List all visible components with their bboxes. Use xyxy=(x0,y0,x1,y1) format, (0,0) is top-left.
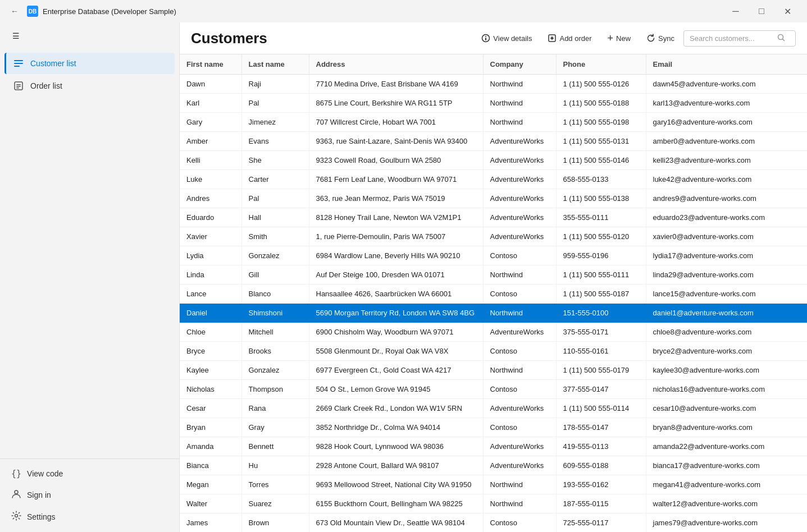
close-button[interactable]: ✕ xyxy=(774,3,800,20)
sidebar-item-settings[interactable]: Settings xyxy=(4,506,175,528)
table-row[interactable]: CesarRana2669 Clark Creek Rd., London WA… xyxy=(180,399,807,418)
cell-phone: 1 (11) 500 555-0198 xyxy=(556,113,646,132)
sidebar-item-sign-in[interactable]: Sign in xyxy=(4,484,175,506)
cell-phone: 1 (11) 500 555-0126 xyxy=(556,75,646,94)
cell-first: Lance xyxy=(180,285,241,304)
table-row[interactable]: BryanGray3852 Northridge Dr., Colma WA 9… xyxy=(180,418,807,437)
search-input[interactable] xyxy=(690,34,774,43)
app-body: ☰ Customer list xyxy=(0,22,807,532)
sidebar-top: ☰ xyxy=(0,22,179,49)
table-row[interactable]: KelliShe9323 Cowell Road, Goulburn WA 25… xyxy=(180,151,807,170)
cell-first: Cesar xyxy=(180,399,241,418)
cell-first: James xyxy=(180,513,241,533)
back-button[interactable]: ← xyxy=(7,3,22,19)
cell-first: Walter xyxy=(180,494,241,513)
titlebar: ← DB Enterprise Database (Developer Samp… xyxy=(0,0,807,22)
sign-in-icon xyxy=(11,489,21,501)
cell-last: Carter xyxy=(241,170,309,189)
table-row[interactable]: LindaGillAuf Der Steige 100, Dresden WA … xyxy=(180,265,807,285)
cell-email: chloe8@adventure-works.com xyxy=(646,323,807,342)
table-row[interactable]: BryceBrooks5508 Glenmount Dr., Royal Oak… xyxy=(180,342,807,361)
cell-address: 6977 Evergreen Ct., Gold Coast WA 4217 xyxy=(309,361,483,380)
table-row[interactable]: ChloeMitchell6900 Chisholm Way, Woodburn… xyxy=(180,323,807,342)
table-row[interactable]: AndresPal363, rue Jean Mermoz, Paris WA … xyxy=(180,189,807,208)
cell-last: Brooks xyxy=(241,342,309,361)
cell-email: lance15@adventure-works.com xyxy=(646,285,807,304)
cell-address: 6155 Buckthorn Court, Bellingham WA 9822… xyxy=(309,494,483,513)
cell-first: Kelli xyxy=(180,151,241,170)
minimize-button[interactable]: ─ xyxy=(723,3,749,20)
cell-last: Hu xyxy=(241,456,309,475)
table-row[interactable]: XavierSmith1, rue Pierre-Demoulin, Paris… xyxy=(180,227,807,246)
cell-company: AdventureWorks xyxy=(483,399,556,418)
cell-first: Bianca xyxy=(180,456,241,475)
table-row[interactable]: KarlPal8675 Line Court, Berkshire WA RG1… xyxy=(180,94,807,113)
view-details-icon xyxy=(481,34,490,43)
cell-first: Amber xyxy=(180,132,241,151)
cell-company: Northwind xyxy=(483,361,556,380)
cell-address: 6900 Chisholm Way, Woodburn WA 97071 xyxy=(309,323,483,342)
cell-first: Megan xyxy=(180,475,241,494)
maximize-button[interactable]: □ xyxy=(749,3,774,20)
table-row[interactable]: LanceBlancoHansaallee 4626, Saarbrücken … xyxy=(180,285,807,304)
svg-rect-5 xyxy=(16,86,21,87)
cell-email: gary16@adventure-works.com xyxy=(646,113,807,132)
cell-phone: 609-555-0188 xyxy=(556,456,646,475)
add-order-label: Add order xyxy=(559,34,591,43)
view-details-button[interactable]: View details xyxy=(475,30,539,47)
col-header-last-name: Last name xyxy=(241,54,309,75)
cell-email: karl13@adventure-works.com xyxy=(646,94,807,113)
table-row[interactable]: BiancaHu2928 Antone Court, Ballard WA 98… xyxy=(180,456,807,475)
cell-phone: 377-555-0147 xyxy=(556,380,646,399)
cell-phone: 1 (11) 500 555-0187 xyxy=(556,285,646,304)
table-row[interactable]: LydiaGonzalez6984 Wardlow Lane, Beverly … xyxy=(180,246,807,265)
cell-phone: 658-555-0133 xyxy=(556,170,646,189)
cell-last: Jimenez xyxy=(241,113,309,132)
add-order-button[interactable]: Add order xyxy=(541,30,598,47)
new-button[interactable]: + New xyxy=(601,29,638,47)
customer-list-icon xyxy=(13,58,24,68)
cell-first: Lydia xyxy=(180,246,241,265)
svg-point-10 xyxy=(485,36,486,37)
table-row[interactable]: LukeCarter7681 Fern Leaf Lane, Woodburn … xyxy=(180,170,807,189)
table-row[interactable]: JamesBrown673 Old Mountain View Dr., Sea… xyxy=(180,513,807,533)
cell-address: 9363, rue Saint-Lazare, Saint-Denis WA 9… xyxy=(309,132,483,151)
sidebar-item-view-code[interactable]: {} View code xyxy=(4,464,175,484)
cell-company: AdventureWorks xyxy=(483,208,556,227)
table-row[interactable]: EduardoHall8128 Honey Trail Lane, Newton… xyxy=(180,208,807,227)
cell-first: Luke xyxy=(180,170,241,189)
cell-address: Hansaallee 4626, Saarbrücken WA 66001 xyxy=(309,285,483,304)
table-row[interactable]: GaryJimenez707 Willcrest Circle, Hobart … xyxy=(180,113,807,132)
cell-last: Mitchell xyxy=(241,323,309,342)
table-row[interactable]: AmberEvans9363, rue Saint-Lazare, Saint-… xyxy=(180,132,807,151)
cell-last: Hall xyxy=(241,208,309,227)
table-row[interactable]: MeganTorres9693 Mellowood Street, Nation… xyxy=(180,475,807,494)
cell-company: AdventureWorks xyxy=(483,170,556,189)
table-row[interactable]: WalterSuarez6155 Buckthorn Court, Bellin… xyxy=(180,494,807,513)
cell-last: Gill xyxy=(241,265,309,285)
cell-email: kaylee30@adventure-works.com xyxy=(646,361,807,380)
table-row[interactable]: AmandaBennett9828 Hook Court, Lynnwood W… xyxy=(180,437,807,456)
table-row[interactable]: DanielShimshoni5690 Morgan Territory Rd,… xyxy=(180,304,807,323)
cell-email: amanda22@adventure-works.com xyxy=(646,437,807,456)
settings-icon xyxy=(11,511,21,522)
table-row[interactable]: KayleeGonzalez6977 Evergreen Ct., Gold C… xyxy=(180,361,807,380)
sidebar-item-order-list[interactable]: Order list xyxy=(4,75,175,97)
cell-company: AdventureWorks xyxy=(483,456,556,475)
cell-company: Contoso xyxy=(483,513,556,533)
cell-email: bryce2@adventure-works.com xyxy=(646,342,807,361)
cell-phone: 375-555-0171 xyxy=(556,323,646,342)
sidebar-item-settings-label: Settings xyxy=(27,512,56,521)
cell-phone: 725-555-0117 xyxy=(556,513,646,533)
col-header-phone: Phone xyxy=(556,54,646,75)
sidebar-item-customer-list[interactable]: Customer list xyxy=(4,53,175,74)
table-row[interactable]: NicholasThompson504 O St., Lemon Grove W… xyxy=(180,380,807,399)
cell-first: Karl xyxy=(180,94,241,113)
table-row[interactable]: DawnRaji7710 Medina Drive, East Brisbane… xyxy=(180,75,807,94)
sync-button[interactable]: Sync xyxy=(640,30,681,47)
svg-point-8 xyxy=(15,515,18,517)
cell-company: AdventureWorks xyxy=(483,437,556,456)
customer-table: First name Last name Address Company Pho… xyxy=(180,54,807,532)
cell-phone: 1 (11) 500 555-0111 xyxy=(556,265,646,285)
hamburger-icon[interactable]: ☰ xyxy=(7,27,25,45)
